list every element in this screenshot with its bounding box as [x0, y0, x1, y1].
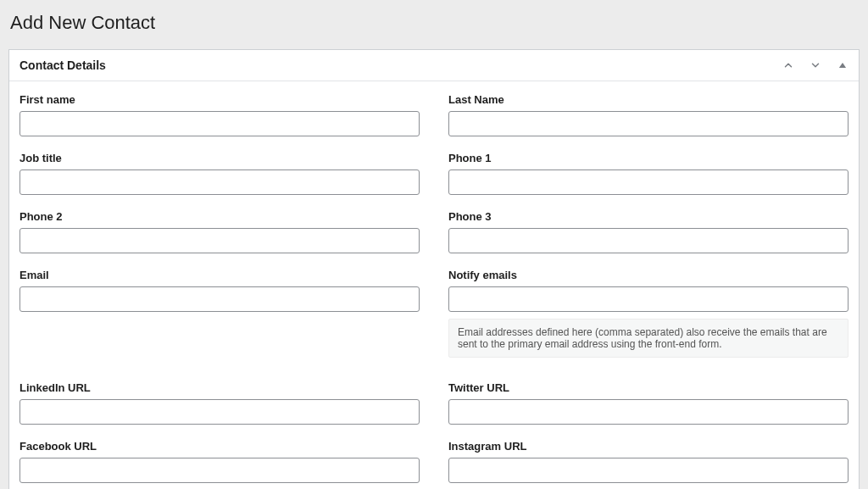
phone2-input[interactable] [19, 228, 420, 253]
job-title-input[interactable] [19, 169, 420, 195]
phone3-label: Phone 3 [448, 210, 849, 223]
first-name-input[interactable] [19, 111, 420, 136]
panel-title: Contact Details [19, 58, 106, 72]
phone2-label: Phone 2 [19, 210, 420, 223]
phone3-input[interactable] [448, 228, 849, 253]
first-name-label: First name [19, 93, 420, 106]
instagram-url-label: Instagram URL [448, 440, 849, 453]
notify-emails-label: Notify emails [448, 269, 849, 281]
linkedin-url-label: LinkedIn URL [19, 381, 420, 394]
chevron-down-icon[interactable] [810, 59, 821, 71]
svg-marker-0 [839, 63, 846, 68]
toggle-panel-icon[interactable] [837, 59, 849, 71]
twitter-url-label: Twitter URL [448, 381, 849, 394]
email-input[interactable] [19, 286, 420, 312]
linkedin-url-input[interactable] [19, 399, 420, 425]
chevron-up-icon[interactable] [782, 59, 794, 71]
email-label: Email [19, 269, 420, 281]
phone1-label: Phone 1 [448, 152, 849, 164]
last-name-label: Last Name [448, 93, 849, 106]
facebook-url-label: Facebook URL [19, 440, 420, 453]
notify-emails-input[interactable] [448, 286, 849, 312]
instagram-url-input[interactable] [448, 458, 849, 483]
contact-details-panel: Contact Details First name [8, 49, 860, 489]
panel-controls [782, 59, 849, 71]
panel-header: Contact Details [9, 50, 859, 81]
panel-body: First name Last Name Job title Phone 1 [9, 81, 859, 489]
last-name-input[interactable] [448, 111, 849, 136]
notify-emails-help: Email addresses defined here (comma sepa… [448, 319, 849, 358]
job-title-label: Job title [19, 152, 420, 164]
page-title: Add New Contact [10, 12, 860, 34]
twitter-url-input[interactable] [448, 399, 849, 425]
phone1-input[interactable] [448, 169, 849, 195]
facebook-url-input[interactable] [19, 458, 420, 483]
